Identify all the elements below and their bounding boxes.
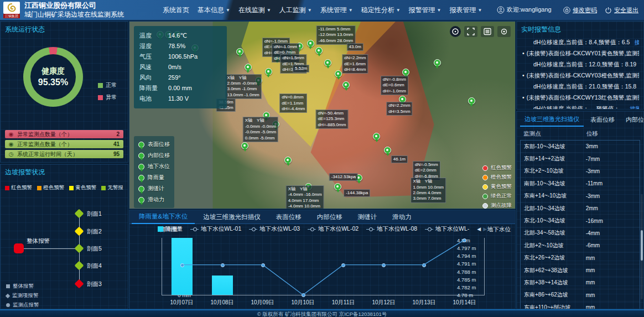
chart-legend-地下水位WL-03[interactable]: 地下水位WL-03	[249, 225, 300, 233]
legend-swatch	[69, 186, 74, 190]
monitor-pin[interactable]	[402, 69, 409, 76]
table-row[interactable]: 东部+38~+14边坡mm	[521, 277, 640, 289]
pager-prev-icon[interactable]: ◀	[477, 226, 481, 232]
monitor-pin[interactable]	[434, 59, 441, 66]
table-row[interactable]: 东南+110~+86边坡mm	[521, 302, 640, 309]
legend-label: 监测点报警	[13, 302, 39, 309]
satellite-map[interactable]: -11.0mm 5.0mm-12.0mm 13.0mm-46.0mm 28.0m…	[129, 21, 516, 209]
scanner-tab-边坡三维激光扫描仪[interactable]: 边坡三维激光扫描仪	[520, 114, 584, 127]
scanner-table-header: 监测点 位移	[517, 127, 643, 140]
nav-item-系统管理[interactable]: 系统管理▼	[320, 6, 353, 15]
table-row[interactable]: 南部-10~-34边坡-11mm	[521, 178, 640, 190]
table-row[interactable]: 东南+86~+62边坡mm	[521, 289, 640, 302]
cell-monitor-point: 北部-34~-58边坡	[524, 229, 586, 237]
chart-tab-边坡三维激光扫描仪[interactable]: 边坡三维激光扫描仪	[196, 211, 268, 224]
chart-legend-地下水位WL-01[interactable]: 地下水位WL-01	[190, 225, 241, 233]
chart-legend-地下水位WL-[interactable]: 地下水位WL-	[425, 225, 469, 233]
change-password-link[interactable]: 修改密码	[563, 6, 597, 14]
section-node-剖面3[interactable]	[75, 279, 84, 289]
nav-item-报表管理[interactable]: 报表管理▼	[450, 6, 482, 15]
table-row[interactable]: 北部-10~-34边坡2mm	[521, 202, 640, 215]
x-axis-label: 10月11日	[323, 299, 363, 306]
layers-list-icon[interactable]	[481, 26, 494, 37]
layer-legend-地下水位[interactable]: 地下水位	[138, 161, 170, 172]
monitor-pin[interactable]	[468, 97, 475, 105]
legend-label: 地下水位WL-	[435, 225, 469, 233]
locate-icon[interactable]	[497, 26, 511, 37]
user-icon	[497, 6, 505, 14]
nav-item-稳定性分析[interactable]: 稳定性分析▼	[361, 6, 401, 15]
logout-link[interactable]: 安全退出	[605, 6, 638, 14]
x-axis-label: 10月12日	[363, 299, 404, 306]
x-axis-label: 10月13日	[404, 299, 444, 306]
x-axis-label: 10月07日	[162, 299, 202, 306]
map-data-label: dN=-50.4mmdE=125.3mmdH=-885.0mm	[315, 110, 348, 129]
chart-tab-表面位移[interactable]: 表面位移	[269, 211, 309, 224]
monitor-pin[interactable]	[335, 70, 342, 77]
scrollbar-thumb[interactable]	[641, 230, 643, 261]
slope-alarm-title: 边坡报警状况	[1, 164, 128, 178]
monitor-pin[interactable]	[245, 64, 252, 71]
layer-legend-降雨量[interactable]: 降雨量	[138, 172, 170, 183]
legend-label: 橙色预警	[43, 184, 64, 191]
scanner-tab-内部位移[interactable]: 内部位移	[621, 115, 644, 126]
table-row[interactable]: 东北-10~-34边坡-16mm	[521, 215, 640, 227]
section-node-剖面5[interactable]	[75, 244, 84, 253]
section-node-剖面4[interactable]	[75, 261, 84, 271]
monitor-pin[interactable]	[265, 68, 272, 75]
monitor-pin[interactable]	[284, 157, 292, 164]
layer-legend-内部位移[interactable]: 内部位移	[138, 150, 170, 161]
shape-legend-监测项报警: 监测项报警	[6, 292, 39, 299]
fullscreen-icon[interactable]	[464, 26, 477, 37]
section-node-剖面2[interactable]	[75, 227, 84, 236]
welcome-text: 欢迎:wangligang	[507, 6, 555, 13]
legend-label: 测点故障	[491, 202, 512, 209]
map-data-label: -3412.53kpa	[329, 173, 358, 181]
compass-icon[interactable]	[450, 26, 461, 37]
section-label: 剖面3	[87, 280, 102, 288]
table-row[interactable]: 东部+14~+2边坡-7mm	[521, 153, 640, 165]
acknowledge-link[interactable]: 接警	[634, 39, 639, 45]
green-pin-icon	[138, 175, 144, 181]
chart-tab-内部位移[interactable]: 内部位移	[310, 211, 350, 224]
chart-legend-地下水位WL-02[interactable]: 地下水位WL-02	[308, 225, 359, 233]
monitor-pin[interactable]	[342, 81, 350, 89]
cell-monitor-point: 东部+62~+38边坡	[524, 267, 586, 274]
layer-legend-测缝计[interactable]: 测缝计	[138, 183, 170, 194]
col-monitor-point: 监测点	[523, 130, 586, 138]
acknowledge-link[interactable]: 接警	[630, 105, 639, 110]
table-row[interactable]: 东北+2~-10边坡-3mm	[521, 165, 640, 178]
table-row[interactable]: 北部+2~-10边坡-6mm	[521, 240, 640, 252]
scanner-tab-表面位移[interactable]: 表面位移	[586, 115, 619, 126]
section-node-剖面1[interactable]	[75, 209, 84, 219]
nav-item-报警管理[interactable]: 报警管理▼	[409, 6, 442, 15]
chart-tab-滑动力[interactable]: 滑动力	[385, 211, 419, 224]
layer-legend-滑动力[interactable]: 滑动力	[138, 194, 170, 205]
chart-legend-降雨量[interactable]: 降雨量	[158, 225, 183, 233]
chart-tab-测缝计[interactable]: 测缝计	[351, 211, 385, 224]
chart-tab-降雨量&地下水位[interactable]: 降雨量&地下水位	[132, 210, 195, 224]
chevron-down-icon: ▼	[478, 8, 482, 13]
layer-legend-表面位移[interactable]: 表面位移	[138, 139, 170, 150]
nav-item-在线监测[interactable]: 在线监测▼	[238, 6, 271, 15]
chart-plot-area: 6 mm5 mm4 mm3 mm2 mm1 mm0 mm4.8 m4.797 m…	[162, 238, 485, 295]
table-row[interactable]: 北部-34~-58边坡-4mm	[521, 227, 640, 240]
nav-item-人工监测[interactable]: 人工监测▼	[279, 6, 312, 15]
table-row[interactable]: 东部+62~+38边坡mm	[521, 264, 640, 277]
stat-label: 系统正常运行时间（天）	[17, 150, 113, 158]
nav-item-系统首页[interactable]: 系统首页	[163, 6, 189, 15]
map-layer-legend: 表面位移内部位移地下水位降雨量测缝计滑动力	[134, 136, 174, 208]
monitor-pin[interactable]	[241, 142, 248, 149]
pager-next-icon[interactable]: ▶	[483, 226, 487, 232]
alarm-text: (未接警)表面位移-CKCWY01黄色预警,监测指标：	[527, 50, 639, 56]
monitor-pin[interactable]	[236, 48, 243, 55]
overall-alarm-node[interactable]	[14, 243, 24, 253]
nav-item-基本信息[interactable]: 基本信息▼	[198, 6, 230, 15]
chart-legend-地下水位WL-08[interactable]: 地下水位WL-08	[366, 225, 417, 233]
table-row[interactable]: 东南+14~-10边坡-3mm	[521, 190, 640, 202]
legend-label: 地下水位WL-03	[259, 225, 300, 233]
gauge-legend: 正常异常	[98, 81, 117, 106]
table-row[interactable]: 东北+26~+2边坡mm	[521, 252, 640, 264]
table-row[interactable]: 东部-10~-34边坡3mm	[521, 141, 640, 153]
map-data-label: dN=2.2mmdE=1.6mmdH=8.4mm	[342, 54, 368, 74]
